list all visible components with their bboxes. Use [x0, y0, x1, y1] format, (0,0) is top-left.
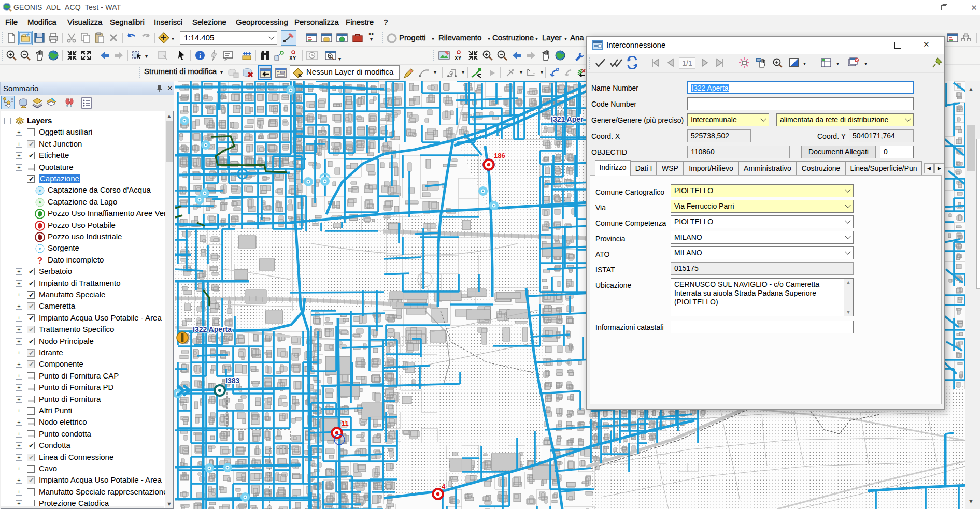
svg-text:11: 11	[342, 419, 349, 427]
svg-text:XY: XY	[455, 55, 462, 61]
svg-text:I322 Aperta: I322 Aperta	[193, 325, 232, 333]
svg-text:XY: XY	[289, 55, 296, 61]
svg-text:186: 186	[494, 152, 505, 159]
svg-text:i: i	[199, 52, 201, 60]
svg-text:I321 Aper: I321 Aper	[551, 115, 584, 123]
svg-text:?: ?	[37, 256, 42, 266]
svg-text:I383: I383	[225, 376, 239, 385]
svg-text:4: 4	[442, 483, 446, 490]
